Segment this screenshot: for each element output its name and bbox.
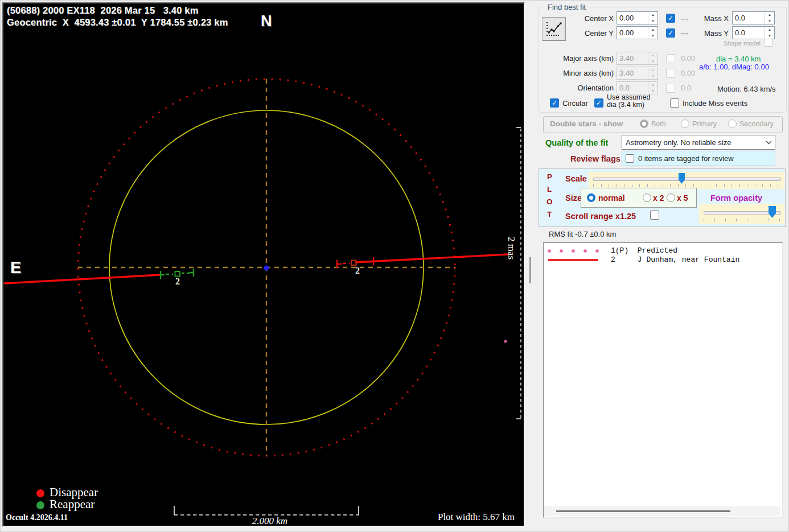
form-opacity-ticks: [704, 218, 780, 221]
orientation-label: Orientation: [546, 84, 614, 92]
double-stars-both-radio[interactable]: [640, 119, 648, 128]
review-flags-box: 0 items are tagged for review: [622, 151, 775, 166]
review-flags-checkbox[interactable]: [626, 154, 634, 163]
quality-of-fit-select[interactable]: Astrometry only. No reliable size: [622, 135, 775, 150]
reappear-error-bar-left: [161, 271, 165, 279]
use-assumed-dia-label: Use assumed dia (3.4 km): [607, 94, 650, 109]
double-stars-secondary-radio[interactable]: [728, 119, 737, 128]
size-normal-radio[interactable]: [587, 193, 595, 202]
double-stars-primary-radio[interactable]: [681, 119, 689, 128]
circular-checkbox[interactable]: [550, 98, 559, 108]
scroll-range-label: Scroll range x1.25: [565, 212, 636, 221]
size-x2-label: x 2: [653, 193, 664, 203]
center-y-label: Center Y: [558, 29, 614, 38]
major-axis-input[interactable]: 3.40 ▲▼: [617, 52, 658, 65]
list-horizontal-scrollbar[interactable]: [544, 506, 780, 516]
observations-list[interactable]: 1(P) Predicted 2 J Dunham, near Fountain: [543, 242, 783, 518]
include-miss-checkbox[interactable]: [670, 98, 679, 108]
chord-east-segment: [356, 254, 508, 262]
predicted-dotted-swatch: [544, 246, 607, 255]
circular-label: Circular: [562, 99, 588, 108]
size-x2-radio[interactable]: [643, 193, 651, 202]
mass-y-label: Mass Y: [692, 29, 729, 38]
plot-letter-l: L: [547, 185, 552, 193]
minor-axis-spinner[interactable]: ▲▼: [648, 67, 658, 79]
mas-scale-label: 2 mas: [506, 237, 517, 288]
major-axis-fit-checkbox[interactable]: [666, 54, 675, 63]
mass-x-spinner[interactable]: ▲▼: [765, 12, 774, 24]
km-scale-label: 2.000 km: [191, 515, 348, 527]
mass-x-input[interactable]: 0.0 ▲▼: [732, 11, 775, 24]
shape-model-checkbox[interactable]: [765, 39, 772, 47]
review-flags-label: Review flags: [570, 154, 620, 163]
plot-width-label: Plot width: 5.67 km: [391, 512, 515, 523]
form-opacity-thumb[interactable]: [769, 206, 776, 218]
scale-slider[interactable]: [589, 172, 784, 189]
major-axis-spinner[interactable]: ▲▼: [648, 52, 658, 64]
east-label: E: [10, 258, 21, 277]
chord-west-segment: [5, 275, 161, 283]
mass-y-spinner[interactable]: ▲▼: [765, 27, 774, 39]
diameter-readout: dia = 3.40 km: [716, 55, 761, 63]
reappear-point-marker: [175, 271, 180, 277]
motion-readout: Motion: 6.43 km/s: [717, 85, 776, 93]
orientation-input[interactable]: 0.0 ▲▼: [617, 81, 658, 94]
observed-chord-swatch: [544, 255, 607, 264]
reappear-error-bar-right: [190, 269, 194, 277]
orientation-fit-checkbox[interactable]: [666, 84, 675, 93]
orientation-spinner[interactable]: ▲▼: [648, 82, 658, 94]
minor-axis-input[interactable]: 3.40 ▲▼: [617, 67, 658, 80]
reappear-chord-number: 2: [175, 277, 180, 286]
reappear-legend-dot: [36, 501, 44, 509]
plot-title-line2: Geocentric X 4593.43 ±0.01 Y 1784.55 ±0.…: [7, 17, 228, 28]
size-radio-group: normal x 2 x 5: [581, 188, 697, 208]
review-flags-text: 0 items are tagged for review: [638, 154, 734, 163]
center-x-fit-checkbox[interactable]: [666, 14, 675, 23]
disappear-chord-number: 2: [355, 266, 360, 275]
double-stars-title: Double stars - show: [550, 119, 623, 128]
use-assumed-dia-checkbox[interactable]: [594, 98, 603, 108]
km-scale-brackets: [174, 506, 359, 515]
center-x-label: Center X: [558, 14, 614, 23]
center-x-spinner[interactable]: ▲▼: [648, 12, 658, 24]
center-y-fit-checkbox[interactable]: [666, 28, 675, 38]
mas-scale-brackets: [516, 127, 521, 419]
app-version-label: Occult 4.2026.4.11: [6, 513, 68, 522]
scroll-range-checkbox[interactable]: [650, 211, 659, 220]
major-axis-label: Major axis (km): [546, 54, 614, 63]
minor-axis-label: Minor axis (km): [546, 69, 614, 77]
splitter-handle[interactable]: [529, 257, 531, 283]
center-y-spinner[interactable]: ▲▼: [648, 27, 658, 39]
reappear-legend-label: Reappear: [50, 497, 94, 512]
center-x-input[interactable]: 0.00 ▲▼: [617, 11, 658, 24]
find-best-fit-title: Find best fit: [545, 3, 588, 11]
north-label: N: [261, 13, 272, 30]
major-axis-fit-result: 0.00: [681, 54, 695, 63]
plot-canvas[interactable]: 2 2: [3, 3, 524, 526]
scale-slider-thumb[interactable]: [679, 173, 685, 184]
list-item-predicted[interactable]: 1(P) Predicted: [544, 246, 782, 255]
plot-letter-o: O: [546, 197, 553, 206]
occultation-plot[interactable]: 2 2 (50688) 2000 EX118 2026 Mar 15 3.40 …: [2, 2, 525, 527]
orientation-fit-result: 0.0: [681, 84, 691, 92]
scale-slider-groove: [593, 178, 781, 181]
plot-letter-p: P: [547, 172, 552, 181]
plot-title-line1: (50688) 2000 EX118 2026 Mar 15 3.40 km: [7, 5, 199, 16]
double-stars-primary-label: Primary: [692, 120, 717, 128]
mass-y-input[interactable]: 0.0 ▲▼: [732, 26, 775, 39]
include-miss-label: Include Miss events: [683, 99, 747, 108]
form-opacity-label: Form opacity: [710, 193, 762, 203]
size-x5-radio[interactable]: [667, 193, 675, 202]
minor-axis-fit-checkbox[interactable]: [666, 69, 675, 78]
list-item-observer-2[interactable]: 2 J Dunham, near Fountain: [544, 255, 782, 264]
list-scrollbar-thumb[interactable]: [556, 510, 730, 512]
center-y-input[interactable]: 0.00 ▲▼: [617, 26, 658, 39]
form-opacity-slider[interactable]: [699, 204, 784, 224]
center-dot: [264, 266, 269, 271]
center-x-fit-result: ---: [681, 14, 688, 23]
double-stars-both-label: Both: [651, 120, 666, 128]
shape-model-label: Shape model: [706, 40, 761, 47]
minor-axis-fit-result: 0.00: [681, 69, 695, 77]
chevron-down-icon: [762, 141, 775, 145]
size-x5-label: x 5: [677, 193, 688, 203]
